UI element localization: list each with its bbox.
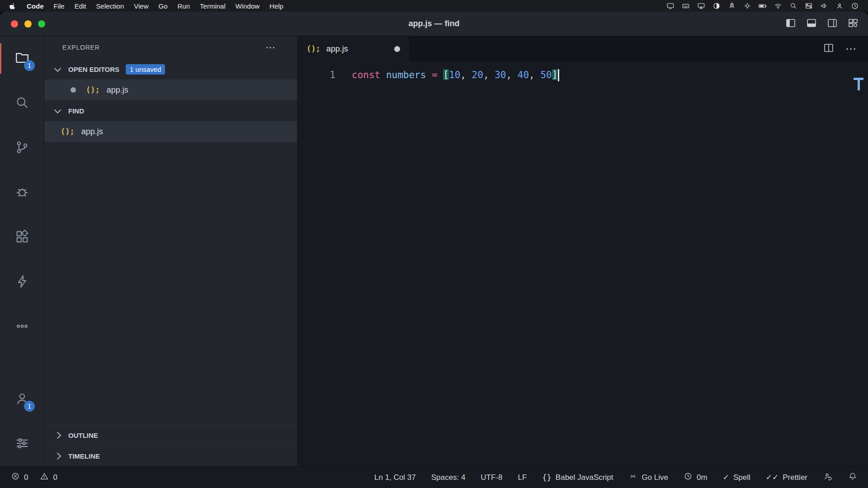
control-center-icon[interactable]	[803, 0, 815, 11]
open-editor-item-appjs[interactable]: (); app.js	[44, 80, 297, 100]
chevron-right-icon	[54, 453, 61, 460]
menu-item-go[interactable]: Go	[154, 0, 173, 12]
eol-sequence[interactable]: LF	[518, 473, 527, 482]
problems-errors[interactable]: 0	[11, 472, 28, 483]
airplay-icon[interactable]	[695, 0, 707, 11]
wifi-icon[interactable]	[772, 0, 784, 11]
line-number: 1	[297, 70, 352, 80]
chevron-down-icon	[54, 106, 61, 113]
indentation[interactable]: Spaces: 4	[431, 473, 466, 482]
code-token-keyword: const	[352, 69, 380, 80]
menu-items: FileEditSelectionViewGoRunTerminalWindow…	[49, 0, 288, 12]
toggle-secondary-sidebar-icon[interactable]	[826, 18, 838, 30]
spell-checker[interactable]: ✓ Spell	[723, 473, 750, 482]
notifications-button[interactable]	[848, 472, 857, 483]
clock-icon[interactable]	[849, 0, 861, 11]
activity-more-button[interactable]	[0, 305, 44, 349]
keyboard-icon[interactable]	[680, 0, 692, 11]
open-editor-file-name: app.js	[107, 85, 128, 95]
split-editor-icon[interactable]	[823, 42, 835, 55]
rocket-icon[interactable]	[726, 0, 738, 11]
window-title: app.js — find	[408, 19, 459, 28]
cursor-position[interactable]: Ln 1, Col 37	[374, 473, 416, 482]
keyboard-brightness-icon[interactable]	[741, 0, 753, 11]
activity-source-control-button[interactable]	[0, 126, 44, 170]
toggle-panel-icon[interactable]	[806, 18, 817, 30]
file-name: app.js	[81, 127, 103, 136]
lightning-bolt-icon	[14, 274, 30, 291]
activity-explorer-button[interactable]: 1	[0, 36, 44, 81]
minimize-window-button[interactable]	[24, 20, 32, 28]
js-file-icon: ();	[86, 85, 100, 94]
activity-bar-spacer	[0, 349, 44, 377]
battery-icon[interactable]	[757, 0, 769, 11]
open-editors-section-header[interactable]: OPEN EDITORS 1 unsaved	[44, 59, 297, 80]
explorer-more-actions-icon[interactable]: ⋯	[265, 45, 276, 50]
menu-item-view[interactable]: View	[129, 0, 153, 12]
menu-item-code[interactable]: Code	[22, 0, 49, 12]
menu-item-window[interactable]: Window	[231, 0, 264, 12]
problems-warnings[interactable]: 0	[40, 472, 57, 483]
menu-item-run[interactable]: Run	[173, 0, 195, 12]
code-editor[interactable]: 1 const numbers = [10, 20, 30, 40, 50]	[297, 61, 868, 466]
errors-count: 0	[24, 473, 28, 482]
tab-bar: (); app.js ⋯	[297, 36, 868, 61]
warning-icon	[40, 472, 49, 483]
search-icon	[14, 95, 30, 112]
status-bar: 0 0 Ln 1, Col 37 Spaces: 4 UTF-8 LF {} B…	[0, 466, 868, 488]
screen: Code FileEditSelectionViewGoRunTerminalW…	[0, 0, 868, 488]
encoding[interactable]: UTF-8	[481, 473, 502, 482]
activity-manage-button[interactable]	[0, 422, 44, 466]
prettier-status[interactable]: ✓✓ Prettier	[766, 473, 807, 482]
customize-layout-icon[interactable]	[847, 18, 859, 30]
go-live-label: Go Live	[642, 473, 668, 482]
accounts-sync-button[interactable]	[823, 472, 833, 483]
time-tracker[interactable]: 0m	[684, 472, 708, 483]
volume-icon[interactable]	[818, 0, 830, 11]
activity-accounts-button[interactable]: 1	[0, 377, 44, 422]
toggle-primary-sidebar-icon[interactable]	[785, 18, 797, 30]
code-token-plain: ,	[529, 69, 540, 80]
explorer-badge: 1	[24, 60, 35, 71]
explorer-sidebar: EXPLORER ⋯ OPEN EDITORS 1 unsaved (); ap…	[44, 36, 297, 466]
clock-icon	[684, 472, 693, 483]
user-switch-icon[interactable]	[834, 0, 845, 11]
menu-item-file[interactable]: File	[49, 0, 70, 12]
code-line[interactable]: const numbers = [10, 20, 30, 40, 50]	[352, 69, 559, 81]
language-label: Babel JavaScript	[556, 473, 613, 482]
menu-item-selection[interactable]: Selection	[91, 0, 129, 12]
spotlight-icon[interactable]	[788, 0, 799, 11]
activity-extensions-button[interactable]	[0, 215, 44, 260]
activity-live-server-button[interactable]	[0, 260, 44, 305]
file-item-appjs[interactable]: (); app.js	[44, 121, 297, 142]
double-check-icon: ✓✓	[766, 473, 779, 482]
prettier-label: Prettier	[783, 473, 807, 482]
check-icon: ✓	[723, 473, 729, 482]
activity-search-button[interactable]	[0, 81, 44, 126]
tab-modified-dot-icon[interactable]	[394, 46, 400, 52]
error-icon	[11, 472, 20, 483]
timer-label: 0m	[697, 473, 708, 482]
code-token-plain: ,	[460, 69, 472, 80]
menu-item-help[interactable]: Help	[264, 0, 288, 12]
close-window-button[interactable]	[11, 20, 18, 28]
menu-item-terminal[interactable]: Terminal	[195, 0, 231, 12]
person-sync-icon	[823, 472, 833, 483]
go-live-button[interactable]: Go Live	[628, 472, 668, 483]
code-line-row: 1 const numbers = [10, 20, 30, 40, 50]	[297, 61, 868, 82]
debug-bug-icon	[14, 184, 30, 202]
tab-appjs[interactable]: (); app.js	[297, 36, 410, 61]
menu-item-edit[interactable]: Edit	[70, 0, 91, 12]
maximize-window-button[interactable]	[38, 20, 45, 28]
screen-mirroring-icon[interactable]	[665, 0, 676, 11]
code-token-variable: numbers	[386, 69, 426, 80]
apple-menu-icon[interactable]	[7, 2, 22, 9]
editor-more-actions-icon[interactable]: ⋯	[845, 47, 857, 51]
outline-section-header[interactable]: OUTLINE	[44, 425, 297, 446]
js-file-icon: ();	[307, 44, 321, 53]
timeline-section-header[interactable]: TIMELINE	[44, 446, 297, 466]
activity-run-debug-button[interactable]	[0, 170, 44, 215]
app-status-icon[interactable]	[711, 0, 722, 11]
language-mode[interactable]: {} Babel JavaScript	[542, 473, 613, 482]
folder-section-header[interactable]: FIND	[44, 100, 297, 121]
